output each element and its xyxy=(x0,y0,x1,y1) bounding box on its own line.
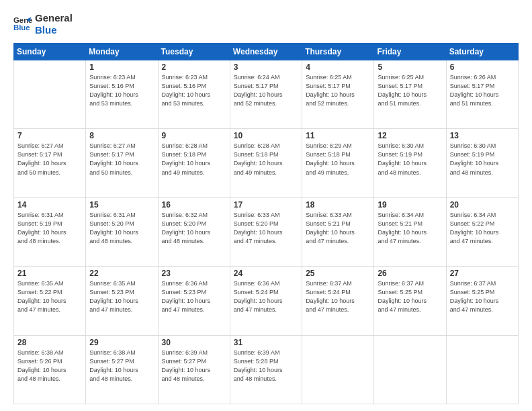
calendar-cell: 19Sunrise: 6:34 AMSunset: 5:21 PMDayligh… xyxy=(374,197,446,266)
day-info: Sunrise: 6:28 AMSunset: 5:18 PMDaylight:… xyxy=(234,142,298,177)
day-info: Sunrise: 6:29 AMSunset: 5:18 PMDaylight:… xyxy=(306,142,370,177)
day-number: 8 xyxy=(89,131,154,140)
day-info: Sunrise: 6:24 AMSunset: 5:17 PMDaylight:… xyxy=(234,73,298,108)
calendar-cell: 16Sunrise: 6:32 AMSunset: 5:20 PMDayligh… xyxy=(158,197,230,266)
calendar-cell: 10Sunrise: 6:28 AMSunset: 5:18 PMDayligh… xyxy=(230,129,302,197)
col-header-friday: Friday xyxy=(374,44,446,60)
day-info: Sunrise: 6:38 AMSunset: 5:26 PMDaylight:… xyxy=(17,349,82,383)
day-info: Sunrise: 6:36 AMSunset: 5:23 PMDaylight:… xyxy=(162,279,226,314)
day-info: Sunrise: 6:27 AMSunset: 5:17 PMDaylight:… xyxy=(89,142,154,177)
calendar-cell: 14Sunrise: 6:31 AMSunset: 5:19 PMDayligh… xyxy=(14,197,86,266)
day-info: Sunrise: 6:31 AMSunset: 5:20 PMDaylight:… xyxy=(89,211,154,246)
calendar-cell: 2Sunrise: 6:23 AMSunset: 5:16 PMDaylight… xyxy=(158,60,230,129)
calendar-cell: 15Sunrise: 6:31 AMSunset: 5:20 PMDayligh… xyxy=(86,197,158,266)
day-info: Sunrise: 6:39 AMSunset: 5:28 PMDaylight:… xyxy=(234,349,298,383)
day-number: 30 xyxy=(162,338,226,347)
day-number: 29 xyxy=(89,338,154,347)
day-number: 25 xyxy=(306,269,370,278)
header: General Blue General Blue xyxy=(13,12,519,36)
day-info: Sunrise: 6:23 AMSunset: 5:16 PMDaylight:… xyxy=(89,73,154,108)
svg-text:Blue: Blue xyxy=(13,24,30,32)
day-number: 10 xyxy=(234,131,298,140)
day-info: Sunrise: 6:23 AMSunset: 5:16 PMDaylight:… xyxy=(162,73,226,108)
day-info: Sunrise: 6:38 AMSunset: 5:27 PMDaylight:… xyxy=(89,349,154,383)
logo-text-general: General xyxy=(35,12,73,24)
calendar-cell: 24Sunrise: 6:36 AMSunset: 5:24 PMDayligh… xyxy=(230,267,302,335)
calendar-cell: 27Sunrise: 6:37 AMSunset: 5:25 PMDayligh… xyxy=(446,267,518,335)
calendar-cell: 23Sunrise: 6:36 AMSunset: 5:23 PMDayligh… xyxy=(158,267,230,335)
calendar-cell: 7Sunrise: 6:27 AMSunset: 5:17 PMDaylight… xyxy=(14,129,86,197)
day-number: 6 xyxy=(450,62,515,72)
calendar-cell: 25Sunrise: 6:37 AMSunset: 5:24 PMDayligh… xyxy=(302,267,374,335)
calendar-cell: 6Sunrise: 6:26 AMSunset: 5:17 PMDaylight… xyxy=(446,60,518,129)
day-info: Sunrise: 6:36 AMSunset: 5:24 PMDaylight:… xyxy=(234,279,298,314)
logo-text-blue: Blue xyxy=(35,24,73,36)
day-number: 2 xyxy=(162,62,226,72)
day-number: 4 xyxy=(306,62,370,72)
day-number: 16 xyxy=(162,200,226,210)
calendar-cell xyxy=(446,335,518,404)
day-number: 28 xyxy=(17,338,82,347)
col-header-thursday: Thursday xyxy=(302,44,374,60)
col-header-saturday: Saturday xyxy=(446,44,518,60)
day-info: Sunrise: 6:35 AMSunset: 5:23 PMDaylight:… xyxy=(89,279,154,314)
day-info: Sunrise: 6:37 AMSunset: 5:25 PMDaylight:… xyxy=(378,279,442,314)
calendar-cell xyxy=(302,335,374,404)
day-info: Sunrise: 6:39 AMSunset: 5:27 PMDaylight:… xyxy=(162,349,226,383)
calendar-cell: 11Sunrise: 6:29 AMSunset: 5:18 PMDayligh… xyxy=(302,129,374,197)
calendar-cell: 17Sunrise: 6:33 AMSunset: 5:20 PMDayligh… xyxy=(230,197,302,266)
day-number: 11 xyxy=(306,131,370,140)
day-number: 15 xyxy=(89,200,154,210)
day-info: Sunrise: 6:26 AMSunset: 5:17 PMDaylight:… xyxy=(450,73,515,108)
calendar-cell: 22Sunrise: 6:35 AMSunset: 5:23 PMDayligh… xyxy=(86,267,158,335)
calendar-cell: 13Sunrise: 6:30 AMSunset: 5:19 PMDayligh… xyxy=(446,129,518,197)
calendar-cell: 30Sunrise: 6:39 AMSunset: 5:27 PMDayligh… xyxy=(158,335,230,404)
day-number: 23 xyxy=(162,269,226,278)
calendar-cell: 28Sunrise: 6:38 AMSunset: 5:26 PMDayligh… xyxy=(14,335,86,404)
day-number: 17 xyxy=(234,200,298,210)
calendar-cell: 26Sunrise: 6:37 AMSunset: 5:25 PMDayligh… xyxy=(374,267,446,335)
day-info: Sunrise: 6:34 AMSunset: 5:21 PMDaylight:… xyxy=(378,211,442,246)
calendar-cell xyxy=(374,335,446,404)
day-number: 19 xyxy=(378,200,442,210)
col-header-sunday: Sunday xyxy=(14,44,86,60)
calendar-cell: 29Sunrise: 6:38 AMSunset: 5:27 PMDayligh… xyxy=(86,335,158,404)
day-number: 7 xyxy=(17,131,82,140)
day-info: Sunrise: 6:37 AMSunset: 5:24 PMDaylight:… xyxy=(306,279,370,314)
day-info: Sunrise: 6:34 AMSunset: 5:22 PMDaylight:… xyxy=(450,211,515,246)
week-row-4: 21Sunrise: 6:35 AMSunset: 5:22 PMDayligh… xyxy=(14,267,519,335)
day-info: Sunrise: 6:35 AMSunset: 5:22 PMDaylight:… xyxy=(17,279,82,314)
week-row-2: 7Sunrise: 6:27 AMSunset: 5:17 PMDaylight… xyxy=(14,129,519,197)
day-info: Sunrise: 6:28 AMSunset: 5:18 PMDaylight:… xyxy=(162,142,226,177)
day-info: Sunrise: 6:30 AMSunset: 5:19 PMDaylight:… xyxy=(450,142,515,177)
week-row-1: 1Sunrise: 6:23 AMSunset: 5:16 PMDaylight… xyxy=(14,60,519,129)
day-info: Sunrise: 6:27 AMSunset: 5:17 PMDaylight:… xyxy=(17,142,82,177)
calendar-cell: 31Sunrise: 6:39 AMSunset: 5:28 PMDayligh… xyxy=(230,335,302,404)
week-row-5: 28Sunrise: 6:38 AMSunset: 5:26 PMDayligh… xyxy=(14,335,519,404)
day-info: Sunrise: 6:33 AMSunset: 5:20 PMDaylight:… xyxy=(234,211,298,246)
calendar-cell xyxy=(14,60,86,129)
day-number: 27 xyxy=(450,269,515,278)
day-number: 9 xyxy=(162,131,226,140)
day-number: 22 xyxy=(89,269,154,278)
col-header-tuesday: Tuesday xyxy=(158,44,230,60)
day-number: 5 xyxy=(378,62,442,72)
day-info: Sunrise: 6:30 AMSunset: 5:19 PMDaylight:… xyxy=(378,142,442,177)
day-info: Sunrise: 6:25 AMSunset: 5:17 PMDaylight:… xyxy=(378,73,442,108)
calendar-cell: 9Sunrise: 6:28 AMSunset: 5:18 PMDaylight… xyxy=(158,129,230,197)
calendar-cell: 12Sunrise: 6:30 AMSunset: 5:19 PMDayligh… xyxy=(374,129,446,197)
calendar-cell: 5Sunrise: 6:25 AMSunset: 5:17 PMDaylight… xyxy=(374,60,446,129)
day-info: Sunrise: 6:37 AMSunset: 5:25 PMDaylight:… xyxy=(450,279,515,314)
day-info: Sunrise: 6:31 AMSunset: 5:19 PMDaylight:… xyxy=(17,211,82,246)
day-number: 14 xyxy=(17,200,82,210)
calendar-cell: 4Sunrise: 6:25 AMSunset: 5:17 PMDaylight… xyxy=(302,60,374,129)
day-number: 18 xyxy=(306,200,370,210)
day-number: 21 xyxy=(17,269,82,278)
logo: General Blue General Blue xyxy=(13,12,73,36)
week-row-3: 14Sunrise: 6:31 AMSunset: 5:19 PMDayligh… xyxy=(14,197,519,266)
day-number: 1 xyxy=(89,62,154,72)
header-row: SundayMondayTuesdayWednesdayThursdayFrid… xyxy=(14,44,519,60)
calendar-cell: 8Sunrise: 6:27 AMSunset: 5:17 PMDaylight… xyxy=(86,129,158,197)
day-info: Sunrise: 6:25 AMSunset: 5:17 PMDaylight:… xyxy=(306,73,370,108)
calendar-cell: 20Sunrise: 6:34 AMSunset: 5:22 PMDayligh… xyxy=(446,197,518,266)
